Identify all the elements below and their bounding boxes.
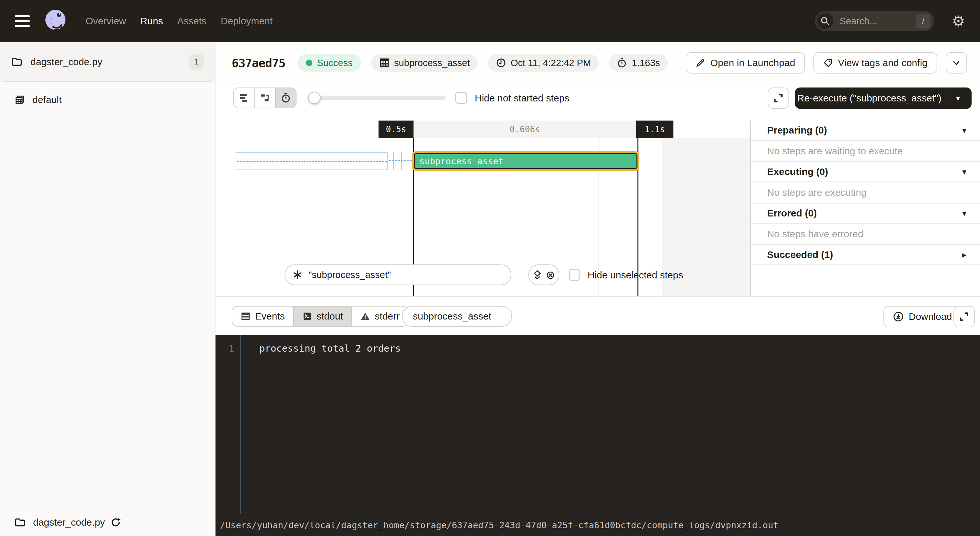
code-location-label: dagster_code.py [30, 56, 189, 67]
job-icon [14, 94, 25, 105]
stdout-terminal-icon [302, 312, 312, 321]
step-waiting-track [235, 152, 388, 170]
gantt-fullscreen-button[interactable] [768, 87, 789, 109]
gantt-zoom-slider-track[interactable] [313, 95, 445, 100]
steps-section-succeeded[interactable]: Succeeded (1) ▸ [751, 245, 980, 265]
steps-section-preparing[interactable]: Preparing (0) ▾ [751, 121, 980, 141]
folder-icon [11, 56, 23, 68]
time-marker-start: 0.5s [379, 121, 414, 138]
main-content: 637aed75 Success subprocess_asset [215, 42, 980, 536]
download-label: Download [909, 311, 952, 322]
reexecute-label: Re-execute ("subprocess_asset") [795, 93, 944, 104]
search-placeholder: Search... [840, 16, 916, 27]
gear-icon[interactable]: ⚙ [952, 12, 965, 30]
caret-down-icon: ▾ [962, 167, 966, 177]
search-shortcut-badge: / [916, 14, 931, 29]
errored-label: Errored (0) [767, 208, 817, 219]
step-filter-value: "subprocess_asset" [309, 270, 391, 280]
download-button[interactable]: Download [883, 306, 961, 327]
log-output-area[interactable]: 1 processing total 2 orders [215, 335, 980, 514]
sidebar-item-default[interactable]: default [0, 94, 215, 105]
step-filter-input[interactable]: "subprocess_asset" [285, 264, 511, 285]
log-fullscreen-button[interactable] [953, 306, 975, 327]
sidebar-footer-code-location[interactable]: dagster_code.py [14, 517, 121, 528]
open-in-launchpad-label: Open in Launchpad [710, 57, 795, 68]
reexecute-button[interactable]: Re-execute ("subprocess_asset") ▾ [795, 87, 972, 109]
gantt-bottom-border [215, 296, 980, 297]
hide-unselected-label: Hide unselected steps [587, 270, 683, 281]
nav-links: Overview Runs Assets Deployment [86, 16, 272, 27]
gantt-flat-view-button[interactable] [234, 88, 255, 108]
run-actions-menu-button[interactable] [946, 52, 967, 73]
gantt-zoom-slider-handle[interactable] [308, 92, 320, 104]
op-selector-icon [292, 270, 303, 280]
job-tag[interactable]: subprocess_asset [371, 54, 478, 72]
dagster-run-page: Overview Runs Assets Deployment Search..… [0, 0, 980, 536]
log-step-selector-value: subprocess_asset [413, 311, 491, 322]
hide-not-started-checkbox[interactable] [455, 92, 467, 104]
search-input[interactable]: Search... / [815, 11, 934, 31]
stopwatch-icon [617, 58, 627, 68]
run-count-badge: 1 [189, 54, 204, 70]
clock-icon [496, 58, 506, 68]
log-step-selector[interactable]: subprocess_asset [402, 306, 512, 327]
footer-code-location-label: dagster_code.py [33, 517, 105, 528]
steps-empty-errored: No steps have errored [751, 224, 980, 245]
nav-deployment[interactable]: Deployment [221, 16, 272, 27]
log-file-path: /Users/yuhan/dev/local/dagster_home/stor… [220, 520, 778, 530]
nav-runs[interactable]: Runs [140, 16, 163, 27]
reexecute-caret-icon[interactable]: ▾ [944, 94, 972, 103]
expand-icon [773, 93, 784, 103]
time-duration-band: 0.606s [414, 121, 636, 138]
view-tags-config-label: View tags and config [838, 57, 928, 68]
search-icon [817, 13, 833, 29]
tab-stdout[interactable]: stdout [293, 307, 352, 326]
tab-stderr[interactable]: stderr [351, 307, 408, 326]
duration-tag: 1.163s [609, 54, 668, 72]
events-table-icon [241, 312, 250, 321]
tab-events[interactable]: Events [232, 307, 293, 326]
flat-view-icon [239, 93, 249, 103]
nav-assets[interactable]: Assets [177, 16, 207, 27]
top-nav: Overview Runs Assets Deployment Search..… [0, 0, 980, 42]
gantt-timed-view-button[interactable] [275, 88, 296, 108]
expand-icon [959, 312, 969, 322]
waiting-dash [389, 160, 412, 161]
success-dot-icon [306, 60, 312, 66]
executing-label: Executing (0) [767, 166, 828, 177]
steps-section-executing[interactable]: Executing (0) ▾ [751, 162, 980, 182]
status-badge: Success [298, 54, 361, 72]
steps-section-errored[interactable]: Errored (0) ▾ [751, 204, 980, 224]
expand-graph-icon[interactable] [533, 270, 542, 280]
hide-unselected-checkbox[interactable] [569, 269, 581, 281]
folder-icon [14, 517, 26, 528]
steps-status-panel: Preparing (0) ▾ No steps are waiting to … [750, 121, 980, 296]
status-label: Success [317, 58, 353, 68]
tab-events-label: Events [255, 311, 285, 322]
sidebar-item-code-location[interactable]: dagster_code.py 1 [0, 42, 215, 82]
waiting-tick [401, 152, 402, 170]
gantt-waterfall-view-button[interactable] [255, 88, 275, 108]
stderr-warning-icon [360, 312, 370, 321]
download-icon [893, 312, 904, 322]
pencil-icon [695, 58, 705, 68]
gantt-step-bar[interactable]: subprocess_asset [414, 153, 638, 169]
tab-stdout-label: stdout [317, 311, 343, 322]
nav-overview[interactable]: Overview [86, 16, 126, 27]
menu-icon[interactable] [15, 15, 30, 27]
run-header: 637aed75 Success subprocess_asset [215, 42, 980, 84]
job-name: subprocess_asset [394, 58, 470, 68]
hide-not-started-label: Hide not started steps [475, 93, 570, 104]
duration-label: 1.163s [632, 58, 660, 68]
log-gutter-divider [240, 335, 241, 514]
clear-filter-icon[interactable]: ⊗ [546, 269, 555, 280]
reload-icon[interactable] [110, 517, 121, 528]
steps-empty-executing: No steps are executing [751, 182, 980, 204]
chevron-down-icon [951, 58, 961, 68]
open-in-launchpad-button[interactable]: Open in Launchpad [686, 52, 805, 73]
time-marker-end: 1.1s [636, 121, 673, 138]
tab-stderr-label: stderr [375, 311, 399, 322]
dagster-logo-icon[interactable] [40, 6, 70, 36]
view-tags-config-button[interactable]: View tags and config [813, 52, 937, 73]
tag-icon [823, 58, 833, 68]
